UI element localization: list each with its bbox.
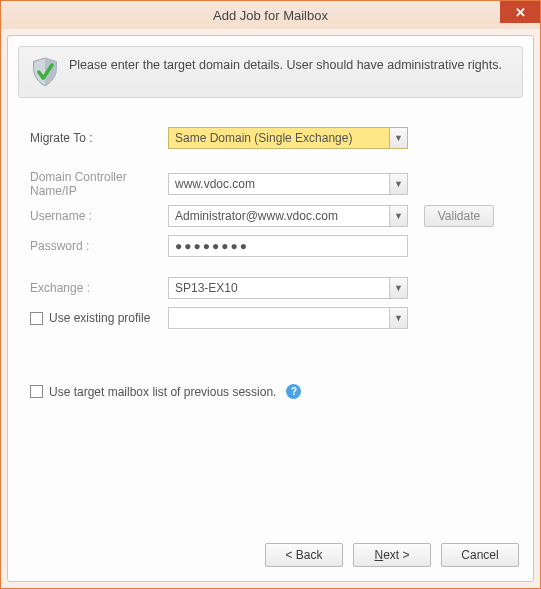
footer-buttons: < Back Next > Cancel (8, 533, 533, 581)
window-title: Add Job for Mailbox (1, 8, 540, 23)
password-field[interactable]: ●●●●●●●● (168, 235, 408, 257)
help-icon[interactable]: ? (286, 384, 301, 399)
username-combo[interactable]: Administrator@www.vdoc.com ▼ (168, 205, 408, 227)
banner-text: Please enter the target domain details. … (69, 57, 502, 74)
chevron-down-icon[interactable]: ▼ (389, 278, 407, 298)
chevron-down-icon[interactable]: ▼ (389, 206, 407, 226)
next-hotkey: N (374, 548, 383, 562)
dc-label: Domain Controller Name/IP (30, 170, 168, 198)
exchange-combo[interactable]: SP13-EX10 ▼ (168, 277, 408, 299)
use-existing-profile-checkbox[interactable] (30, 312, 43, 325)
migrate-to-label: Migrate To : (30, 131, 168, 145)
username-label: Username : (30, 209, 168, 223)
back-button[interactable]: < Back (265, 543, 343, 567)
cancel-button[interactable]: Cancel (441, 543, 519, 567)
close-icon: ✕ (515, 5, 526, 20)
form-area: Migrate To : Same Domain (Single Exchang… (8, 108, 533, 533)
chevron-down-icon[interactable]: ▼ (389, 174, 407, 194)
dialog-window: Add Job for Mailbox ✕ Please enter the t… (0, 0, 541, 589)
close-button[interactable]: ✕ (500, 1, 540, 23)
content-panel: Please enter the target domain details. … (7, 35, 534, 582)
exchange-value: SP13-EX10 (169, 281, 389, 295)
dc-combo[interactable]: www.vdoc.com ▼ (168, 173, 408, 195)
password-label: Password : (30, 239, 168, 253)
username-value: Administrator@www.vdoc.com (169, 209, 389, 223)
migrate-to-combo[interactable]: Same Domain (Single Exchange) ▼ (168, 127, 408, 149)
migrate-to-value: Same Domain (Single Exchange) (169, 131, 389, 145)
prev-session-row: Use target mailbox list of previous sess… (30, 384, 519, 399)
use-existing-profile-label: Use existing profile (49, 311, 150, 325)
titlebar: Add Job for Mailbox ✕ (1, 1, 540, 29)
profile-combo[interactable]: ▼ (168, 307, 408, 329)
shield-icon (31, 57, 59, 87)
validate-button[interactable]: Validate (424, 205, 494, 227)
next-button[interactable]: Next > (353, 543, 431, 567)
prev-session-checkbox[interactable] (30, 385, 43, 398)
next-rest: ext > (383, 548, 409, 562)
prev-session-label: Use target mailbox list of previous sess… (49, 385, 276, 399)
info-banner: Please enter the target domain details. … (18, 46, 523, 98)
chevron-down-icon[interactable]: ▼ (389, 308, 407, 328)
exchange-label: Exchange : (30, 281, 168, 295)
chevron-down-icon[interactable]: ▼ (389, 128, 407, 148)
dc-value: www.vdoc.com (169, 177, 389, 191)
